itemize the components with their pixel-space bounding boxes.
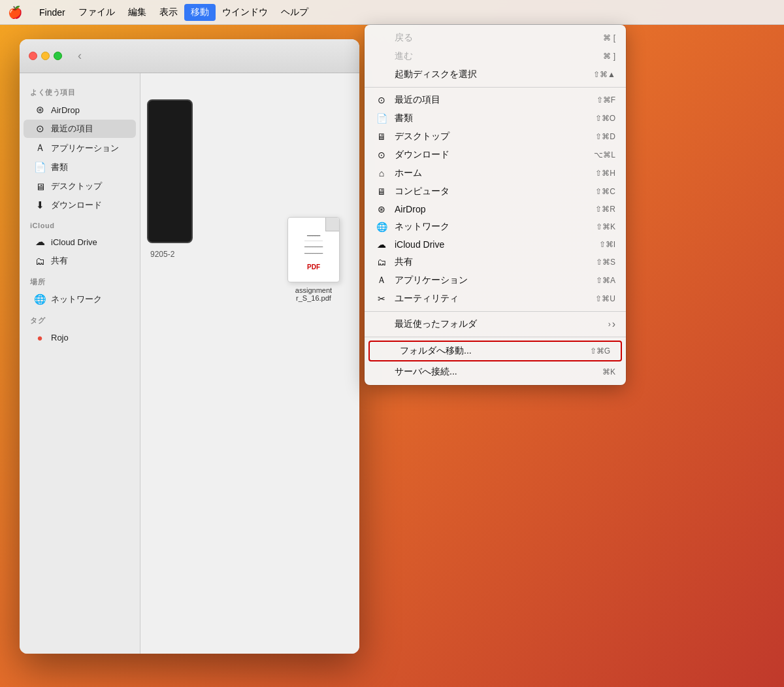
shared-menu-label: 共有 bbox=[395, 256, 589, 268]
fullscreen-button[interactable] bbox=[54, 52, 62, 60]
menu-item-connect-server[interactable]: サーバへ接続... ⌘K bbox=[365, 363, 626, 381]
shared-icon: 🗂 bbox=[34, 256, 46, 267]
sidebar-documents-label: 書類 bbox=[51, 161, 68, 173]
menu-item-startup[interactable]: 起動ディスクを選択 ⇧⌘▲ bbox=[365, 65, 626, 84]
favorites-section-label: よく使う項目 bbox=[20, 81, 140, 100]
sidebar-item-downloads[interactable]: ⬇ ダウンロード bbox=[24, 196, 136, 214]
startup-menu-label: 起動ディスクを選択 bbox=[395, 69, 587, 80]
menu-item-shared[interactable]: 🗂 共有 ⇧⌘S bbox=[365, 253, 626, 271]
sidebar-item-airdrop[interactable]: ⊛ AirDrop bbox=[24, 101, 136, 119]
close-button[interactable] bbox=[29, 52, 37, 60]
menubar-file[interactable]: ファイル bbox=[72, 4, 122, 21]
sidebar-rojo-label: Rojo bbox=[51, 333, 69, 343]
icloud-icon: ☁ bbox=[34, 236, 46, 248]
menubar-window[interactable]: ウインドウ bbox=[216, 4, 274, 21]
sidebar-airdrop-label: AirDrop bbox=[51, 105, 80, 115]
goto-folder-shortcut: ⇧⌘G bbox=[590, 346, 610, 356]
goto-folder-label: フォルダへ移動... bbox=[400, 345, 583, 357]
back-menu-label: 戻る bbox=[395, 32, 596, 44]
airdrop-menu-icon: ⊛ bbox=[375, 204, 388, 214]
menu-item-forward[interactable]: 進む ⌘ ] bbox=[365, 47, 626, 65]
menu-item-recent-folders[interactable]: 最近使ったフォルダ › bbox=[365, 315, 626, 333]
sidebar-item-applications[interactable]: Ａ アプリケーション bbox=[24, 139, 136, 158]
utilities-menu-label: ユーティリティ bbox=[395, 293, 589, 305]
sidebar-item-shared[interactable]: 🗂 共有 bbox=[24, 252, 136, 270]
documents-menu-icon: 📄 bbox=[375, 113, 388, 124]
menu-item-recents[interactable]: ⊙ 最近の項目 ⇧⌘F bbox=[365, 91, 626, 109]
recents-menu-icon: ⊙ bbox=[375, 95, 388, 105]
utilities-menu-shortcut: ⇧⌘U bbox=[595, 294, 615, 303]
documents-menu-shortcut: ⇧⌘O bbox=[595, 114, 615, 123]
desktop-menu-label: デスクトップ bbox=[395, 131, 589, 142]
downloads-icon: ⬇ bbox=[34, 199, 46, 211]
main-content: 9205-2 ━━━━━ ━━━━━━━ ━━━━━━━ PDF assignm… bbox=[140, 73, 359, 654]
traffic-lights bbox=[29, 52, 62, 60]
downloads-menu-shortcut: ⌥⌘L bbox=[594, 150, 615, 159]
sidebar-item-recents[interactable]: ⊙ 最近の項目 bbox=[24, 120, 136, 138]
menubar-view[interactable]: 表示 bbox=[153, 4, 184, 21]
minimize-button[interactable] bbox=[41, 52, 50, 60]
computer-menu-label: コンピュータ bbox=[395, 186, 589, 197]
menu-item-network[interactable]: 🌐 ネットワーク ⇧⌘K bbox=[365, 218, 626, 236]
menu-item-applications[interactable]: Ａ アプリケーション ⇧⌘A bbox=[365, 271, 626, 290]
menu-item-documents[interactable]: 📄 書類 ⇧⌘O bbox=[365, 109, 626, 127]
menu-item-goto-folder[interactable]: フォルダへ移動... ⇧⌘G bbox=[370, 342, 621, 360]
separator-1 bbox=[365, 87, 626, 88]
applications-menu-label: アプリケーション bbox=[395, 275, 589, 286]
places-section-label: 場所 bbox=[20, 271, 140, 290]
computer-menu-icon: 🖥 bbox=[375, 186, 388, 197]
sidebar-recents-label: 最近の項目 bbox=[51, 123, 93, 135]
menu-item-computer[interactable]: 🖥 コンピュータ ⇧⌘C bbox=[365, 182, 626, 201]
downloads-menu-icon: ⊙ bbox=[375, 150, 388, 160]
sidebar-item-desktop[interactable]: 🖥 デスクトップ bbox=[24, 177, 136, 195]
documents-menu-label: 書類 bbox=[395, 112, 589, 124]
go-dropdown-menu: 戻る ⌘ [ 進む ⌘ ] 起動ディスクを選択 ⇧⌘▲ ⊙ 最近の項目 ⇧⌘F … bbox=[365, 25, 626, 385]
goto-folder-wrapper: フォルダへ移動... ⇧⌘G bbox=[368, 341, 622, 361]
menu-item-icloud[interactable]: ☁ iCloud Drive ⇧⌘I bbox=[365, 236, 626, 253]
recent-folders-menu-label: 最近使ったフォルダ bbox=[395, 318, 602, 330]
pdf-icon: ━━━━━ ━━━━━━━ ━━━━━━━ PDF bbox=[287, 217, 340, 282]
menubar-edit[interactable]: 編集 bbox=[122, 4, 153, 21]
menu-item-home[interactable]: ⌂ ホーム ⇧⌘H bbox=[365, 164, 626, 182]
network-icon: 🌐 bbox=[34, 293, 46, 305]
separator-3 bbox=[365, 337, 626, 337]
menu-item-airdrop[interactable]: ⊛ AirDrop ⇧⌘R bbox=[365, 201, 626, 218]
applications-icon: Ａ bbox=[34, 142, 46, 154]
shared-menu-shortcut: ⇧⌘S bbox=[596, 258, 615, 267]
menu-item-downloads[interactable]: ⊙ ダウンロード ⌥⌘L bbox=[365, 146, 626, 164]
menubar-go[interactable]: 移動 bbox=[184, 4, 216, 21]
menu-item-back[interactable]: 戻る ⌘ [ bbox=[365, 29, 626, 47]
connect-server-label: サーバへ接続... bbox=[395, 366, 596, 378]
computer-menu-shortcut: ⇧⌘C bbox=[595, 187, 615, 196]
home-menu-shortcut: ⇧⌘H bbox=[595, 169, 615, 178]
icloud-menu-label: iCloud Drive bbox=[395, 239, 593, 250]
utilities-menu-icon: ✂ bbox=[375, 293, 388, 304]
menu-item-utilities[interactable]: ✂ ユーティリティ ⇧⌘U bbox=[365, 290, 626, 308]
connect-server-shortcut: ⌘K bbox=[602, 367, 615, 377]
startup-menu-shortcut: ⇧⌘▲ bbox=[593, 70, 615, 79]
icloud-section-label: iCloud bbox=[20, 215, 140, 232]
network-menu-shortcut: ⇧⌘K bbox=[596, 222, 615, 231]
finder-toolbar: ‹ bbox=[20, 39, 359, 73]
menubar-help[interactable]: ヘルプ bbox=[274, 4, 315, 21]
sidebar-network-label: ネットワーク bbox=[51, 293, 102, 305]
sidebar-item-rojo[interactable]: ● Rojo bbox=[24, 329, 136, 346]
back-button[interactable]: ‹ bbox=[74, 46, 86, 65]
menubar-finder[interactable]: Finder bbox=[33, 5, 72, 20]
sidebar-downloads-label: ダウンロード bbox=[51, 199, 102, 211]
applications-menu-icon: Ａ bbox=[375, 275, 388, 286]
sidebar-desktop-label: デスクトップ bbox=[51, 180, 102, 192]
icloud-menu-icon: ☁ bbox=[375, 239, 388, 250]
menu-item-desktop[interactable]: 🖥 デスクトップ ⇧⌘D bbox=[365, 127, 626, 146]
recent-folders-arrow: › bbox=[608, 318, 615, 330]
sidebar-item-icloud[interactable]: ☁ iCloud Drive bbox=[24, 233, 136, 251]
shared-menu-icon: 🗂 bbox=[375, 257, 388, 267]
content-filename: 9205-2 bbox=[150, 250, 174, 259]
apple-menu[interactable]: 🍎 bbox=[8, 5, 22, 20]
home-menu-icon: ⌂ bbox=[375, 168, 388, 178]
sidebar-item-documents[interactable]: 📄 書類 bbox=[24, 158, 136, 176]
sidebar-item-network[interactable]: 🌐 ネットワーク bbox=[24, 290, 136, 309]
desktop-icon: 🖥 bbox=[34, 181, 46, 192]
home-menu-label: ホーム bbox=[395, 167, 589, 179]
pdf-file-item[interactable]: ━━━━━ ━━━━━━━ ━━━━━━━ PDF assignmentr_S_… bbox=[287, 217, 340, 302]
